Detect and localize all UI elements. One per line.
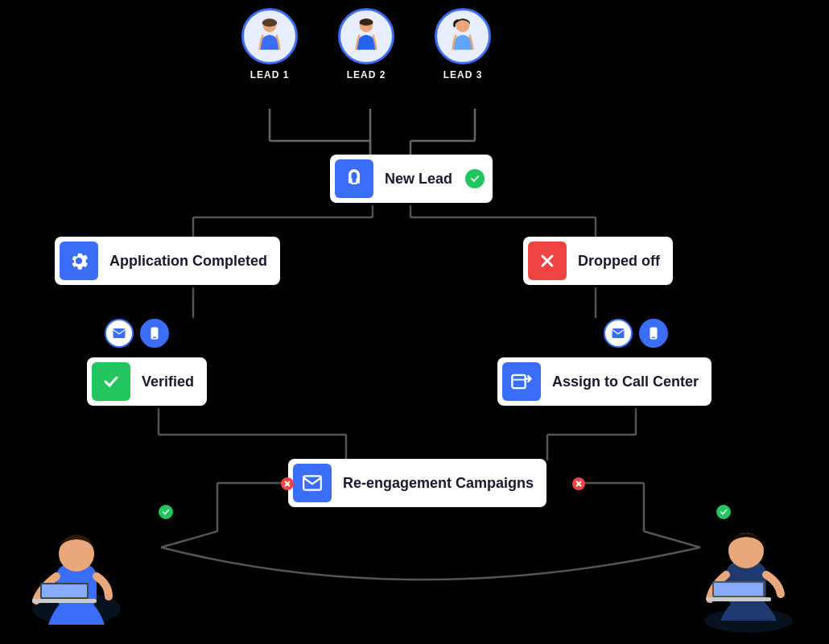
check-badge-left: [157, 503, 175, 521]
lead-3-figure: [443, 16, 483, 56]
new-lead-check: [465, 169, 485, 188]
email-icon: [112, 326, 126, 341]
lead-3-avatar: [435, 8, 491, 64]
lead-1-avatar: [241, 8, 298, 64]
email-bubble-right: [604, 319, 633, 348]
email-icon-right: [611, 326, 625, 341]
svg-rect-45: [32, 599, 97, 603]
email-bubble-left: [105, 319, 134, 348]
svg-line-23: [161, 531, 217, 547]
svg-rect-53: [714, 583, 763, 596]
lead-1-label: LEAD 1: [250, 69, 290, 80]
assign-label: Assign to Call Center: [546, 374, 711, 390]
lead-2-label: LEAD 2: [347, 69, 386, 80]
phone-bubble-right: [639, 319, 668, 348]
check-verified-icon: [101, 372, 121, 391]
leads-section: LEAD 1 LEAD 2: [241, 8, 491, 80]
application-completed-node[interactable]: Application Completed: [55, 237, 280, 285]
person-left: [16, 496, 145, 644]
new-lead-icon: [335, 159, 373, 198]
x-icon: [538, 251, 557, 270]
dropped-off-node[interactable]: Dropped off: [523, 237, 673, 285]
verified-node[interactable]: Verified: [87, 357, 207, 406]
assign-forward-icon: [510, 370, 533, 393]
app-completed-icon: [60, 242, 98, 280]
app-completed-bubbles: [105, 319, 169, 348]
new-lead-label: New Lead: [378, 171, 465, 188]
lead-1-figure: [250, 16, 290, 56]
lead-3-label: LEAD 3: [443, 69, 483, 80]
svg-rect-36: [612, 328, 625, 338]
email-reengagement-icon: [302, 473, 323, 493]
app-completed-label: Application Completed: [103, 253, 280, 270]
lead-1: LEAD 1: [241, 8, 298, 80]
svg-rect-39: [512, 375, 525, 388]
dropped-off-icon: [528, 242, 567, 280]
svg-rect-35: [153, 337, 157, 339]
svg-rect-51: [707, 597, 771, 601]
assign-call-center-node[interactable]: Assign to Call Center: [497, 357, 711, 406]
gear-icon: [68, 250, 90, 272]
lead-2-figure: [346, 16, 386, 56]
svg-rect-47: [42, 584, 87, 597]
assign-icon: [502, 362, 541, 401]
svg-rect-33: [113, 328, 126, 338]
reengagement-icon: [293, 464, 332, 502]
phone-icon: [147, 326, 162, 341]
red-dot-left: [281, 477, 294, 490]
person-right: [684, 496, 813, 644]
workflow-canvas: LEAD 1 LEAD 2: [0, 0, 829, 644]
verified-label: Verified: [135, 374, 207, 390]
magnet-icon: [343, 167, 365, 190]
red-dot-right: [572, 477, 585, 490]
person-left-figure: [16, 496, 145, 641]
lead-2: LEAD 2: [338, 8, 394, 80]
lead-2-avatar: [338, 8, 394, 64]
phone-bubble-left: [140, 319, 169, 348]
dropped-off-label: Dropped off: [571, 253, 673, 270]
check-left-icon: [161, 507, 171, 517]
x-red-left: [283, 480, 291, 488]
phone-icon-right: [646, 326, 661, 341]
dropped-off-bubbles: [604, 319, 668, 348]
check-icon: [469, 173, 480, 184]
reengagement-node[interactable]: Re-engagement Campaigns: [288, 459, 546, 507]
reengagement-label: Re-engagement Campaigns: [336, 475, 546, 492]
svg-rect-38: [652, 337, 656, 339]
x-red-right: [575, 480, 583, 488]
lead-3: LEAD 3: [435, 8, 491, 80]
verified-icon: [92, 362, 130, 401]
person-right-figure: [684, 496, 813, 641]
new-lead-node[interactable]: New Lead: [330, 155, 493, 203]
